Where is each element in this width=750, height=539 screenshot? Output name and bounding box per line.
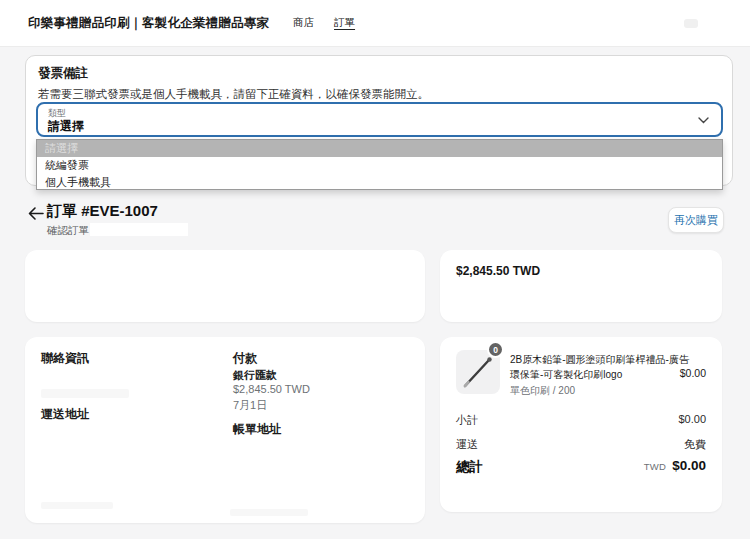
order-page: 印樂事禮贈品印刷｜客製化企業禮贈品專家 商店 訂單 發票備註 若需要三聯式發票或… bbox=[0, 0, 750, 539]
invoice-type-dropdown: 請選擇 統編發票 個人手機載具 bbox=[36, 139, 723, 190]
dropdown-option-personal-carrier[interactable]: 個人手機載具 bbox=[37, 174, 722, 191]
nav-orders-link[interactable]: 訂單 bbox=[334, 16, 355, 30]
billing-address-heading: 帳單地址 bbox=[233, 421, 281, 438]
product-title[interactable]: 2B原木鉛筆-圓形塗頭印刷筆桿禮品-廣告環保筆-可客製化印刷logo bbox=[510, 353, 696, 382]
order-header: 訂單 #EVE-1007 確認訂單 再次購買 bbox=[25, 200, 733, 242]
invoice-note-description: 若需要三聯式發票或是個人手機載具，請留下正確資料，以確保發票能開立。 bbox=[38, 87, 429, 102]
payment-heading: 付款 bbox=[233, 350, 257, 367]
main-nav: 商店 訂單 bbox=[293, 16, 355, 30]
payment-amount: $2,845.50 TWD bbox=[233, 383, 310, 395]
reorder-button[interactable]: 再次購買 bbox=[668, 207, 724, 233]
invoice-note-heading: 發票備註 bbox=[38, 65, 88, 82]
paid-amount: $2,845.50 TWD bbox=[456, 264, 540, 278]
shipping-address-heading: 運送地址 bbox=[41, 406, 89, 423]
paid-amount-card: $2,845.50 TWD bbox=[440, 250, 722, 322]
status-redaction-block bbox=[90, 223, 188, 236]
dropdown-option-tax-id-invoice[interactable]: 統編發票 bbox=[37, 157, 722, 174]
account-icon[interactable] bbox=[684, 19, 698, 28]
subtotal-label: 小計 bbox=[456, 413, 478, 428]
total-amount: TWD $0.00 bbox=[644, 458, 706, 473]
invoice-type-select[interactable]: 類型 請選擇 bbox=[36, 102, 723, 137]
shipping-value: 免費 bbox=[684, 437, 706, 452]
invoice-type-select-value: 請選擇 bbox=[48, 119, 721, 134]
contact-heading: 聯絡資訊 bbox=[41, 350, 89, 367]
order-title: 訂單 #EVE-1007 bbox=[47, 202, 158, 221]
billing-redaction-block bbox=[230, 509, 308, 516]
payment-method: 銀行匯款 bbox=[233, 368, 277, 383]
total-label: 總計 bbox=[456, 458, 483, 476]
payment-date: 7月1日 bbox=[233, 398, 267, 413]
dropdown-option-placeholder[interactable]: 請選擇 bbox=[37, 140, 722, 157]
store-header: 印樂事禮贈品印刷｜客製化企業禮贈品專家 商店 訂單 bbox=[0, 0, 750, 47]
invoice-note-panel: 發票備註 若需要三聯式發票或是個人手機載具，請留下正確資料，以確保發票能開立。 … bbox=[25, 55, 733, 186]
back-arrow-icon[interactable] bbox=[27, 206, 44, 221]
contact-redaction-block bbox=[41, 389, 129, 398]
product-price: $0.00 bbox=[680, 367, 706, 379]
order-summary-card: 0 2B原木鉛筆-圓形塗頭印刷筆桿禮品-廣告環保筆-可客製化印刷logo $0.… bbox=[440, 337, 722, 512]
order-info-card bbox=[25, 250, 425, 322]
invoice-type-select-label: 類型 bbox=[48, 108, 721, 119]
order-status: 確認訂單 bbox=[47, 224, 89, 238]
chevron-down-icon bbox=[698, 117, 709, 124]
quantity-badge: 0 bbox=[487, 341, 504, 358]
nav-shop-link[interactable]: 商店 bbox=[293, 16, 314, 30]
total-value: $0.00 bbox=[672, 458, 706, 473]
order-details-card: 聯絡資訊 付款 銀行匯款 $2,845.50 TWD 7月1日 運送地址 帳單地… bbox=[25, 337, 425, 523]
store-title: 印樂事禮贈品印刷｜客製化企業禮贈品專家 bbox=[28, 15, 269, 32]
total-currency: TWD bbox=[644, 461, 667, 472]
subtotal-value: $0.00 bbox=[678, 413, 706, 425]
shipping-label: 運送 bbox=[456, 437, 478, 452]
product-variant: 單色印刷 / 200 bbox=[510, 384, 575, 398]
address-redaction-block bbox=[41, 502, 113, 509]
